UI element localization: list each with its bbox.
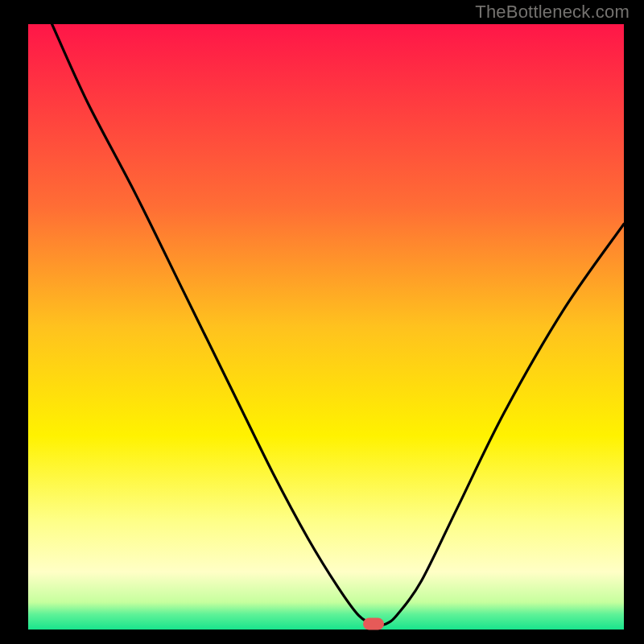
chart-frame: TheBottleneck.com xyxy=(0,0,644,644)
optimal-point-marker xyxy=(363,618,384,630)
bottleneck-curve xyxy=(28,24,624,630)
plot-area xyxy=(28,24,624,630)
watermark-text: TheBottleneck.com xyxy=(475,2,630,23)
